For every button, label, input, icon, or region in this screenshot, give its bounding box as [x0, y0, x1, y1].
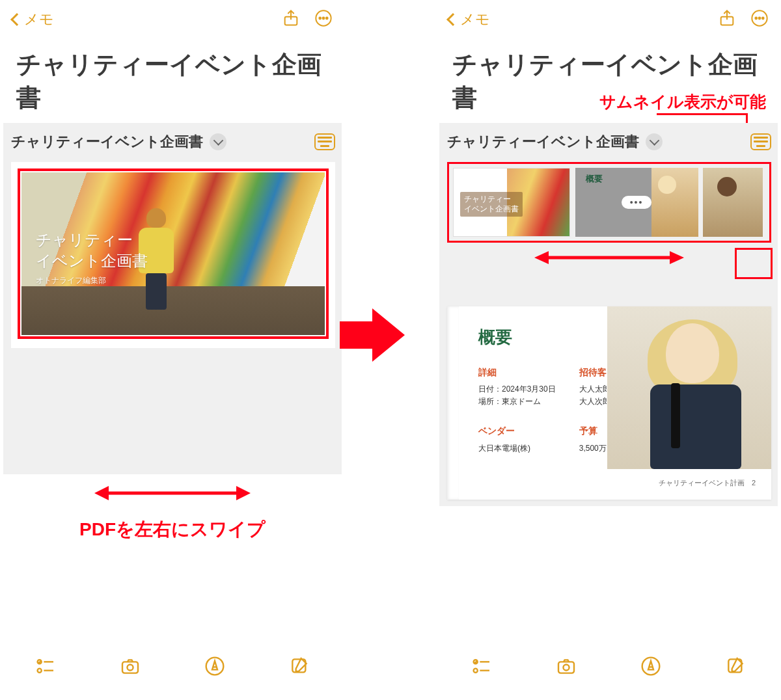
nav-back-label: メモ: [24, 10, 54, 29]
svg-point-3: [323, 18, 325, 20]
screen-right: メモ チャリティーイベント企画書 サムネイル表示が可能 チャリティーイベント企画…: [439, 0, 778, 700]
nav-back-label: メモ: [460, 10, 490, 29]
compose-icon[interactable]: [289, 656, 310, 679]
svg-rect-12: [122, 662, 138, 673]
attachment-header[interactable]: チャリティーイベント企画書: [11, 132, 335, 152]
swipe-annotation: PDFを左右にスワイプ: [3, 517, 342, 542]
thumbnail-toggle-button[interactable]: [750, 133, 771, 150]
svg-rect-30: [558, 662, 574, 673]
slide-text: チャリティー イベント企画書 オトナライフ編集部: [36, 230, 148, 286]
note-title: チャリティーイベント企画書: [3, 39, 342, 123]
attachment-title: チャリティーイベント企画書: [11, 132, 203, 152]
annotation-line: [657, 113, 748, 115]
pdf-viewer-frame: チャリティー イベント企画書 オトナライフ編集部: [11, 162, 335, 348]
share-icon[interactable]: [718, 9, 736, 30]
svg-point-13: [127, 664, 133, 670]
svg-marker-6: [94, 486, 109, 500]
thumbnail-1[interactable]: チャリティー イベント企画書: [453, 168, 570, 237]
more-icon[interactable]: [314, 9, 333, 30]
svg-marker-24: [534, 251, 549, 264]
more-icon[interactable]: [750, 9, 769, 30]
note-body: チャリティーイベント企画書 チャリティー イベント企画書 概要 •••: [439, 123, 778, 506]
transition-arrow-icon: [340, 306, 405, 364]
bottom-toolbar: [439, 649, 778, 686]
thumbnail-actions-icon[interactable]: •••: [622, 196, 651, 209]
doc-photo: [607, 306, 771, 469]
doc-footer: チャリティーイベント計画 2: [459, 478, 756, 488]
svg-marker-7: [236, 486, 251, 500]
svg-point-2: [319, 18, 321, 20]
navbar: メモ: [3, 0, 342, 39]
svg-marker-25: [670, 251, 684, 264]
screen-left: メモ チャリティーイベント企画書 チャリティーイベント企画書: [3, 0, 342, 700]
bottom-toolbar: [3, 649, 342, 686]
svg-point-20: [755, 18, 757, 20]
thumbnail-button-highlight: [735, 248, 773, 279]
checklist-icon[interactable]: [35, 656, 56, 679]
compose-icon[interactable]: [725, 656, 746, 679]
thumbnail-annotation: サムネイル表示が可能: [599, 91, 766, 113]
swipe-arrow-icon: [534, 248, 684, 267]
pdf-slide-highlighted[interactable]: チャリティー イベント企画書 オトナライフ編集部: [18, 168, 329, 339]
svg-point-4: [326, 18, 328, 20]
svg-point-28: [474, 669, 478, 673]
svg-point-21: [759, 18, 761, 20]
svg-point-22: [762, 18, 764, 20]
nav-back[interactable]: メモ: [12, 10, 54, 29]
navbar: メモ: [439, 0, 778, 39]
camera-icon[interactable]: [120, 656, 141, 679]
svg-point-10: [38, 669, 42, 673]
chevron-down-icon[interactable]: [210, 133, 226, 150]
svg-point-31: [563, 664, 569, 670]
share-icon[interactable]: [282, 9, 300, 30]
checklist-icon[interactable]: [471, 656, 492, 679]
camera-icon[interactable]: [556, 656, 577, 679]
markup-icon[interactable]: [640, 656, 661, 679]
chevron-left-icon: [446, 13, 459, 26]
thumbnail-strip-highlighted[interactable]: チャリティー イベント企画書 概要 •••: [447, 162, 771, 243]
thumbnail-2[interactable]: 概要 •••: [575, 168, 698, 237]
markup-icon[interactable]: [204, 656, 225, 679]
attachment-title: チャリティーイベント企画書: [447, 132, 639, 152]
chevron-down-icon[interactable]: [646, 133, 663, 150]
note-body: チャリティーイベント企画書 チャリティー イベント企画書 オトナライフ編集部: [3, 123, 342, 474]
chevron-left-icon: [10, 13, 23, 26]
thumbnail-toggle-button[interactable]: [314, 133, 335, 150]
attachment-header[interactable]: チャリティーイベント企画書: [447, 132, 771, 152]
nav-back[interactable]: メモ: [448, 10, 490, 29]
svg-marker-17: [340, 308, 405, 362]
thumbnail-3[interactable]: [703, 168, 763, 237]
swipe-arrow-icon: [94, 482, 251, 504]
pdf-page-2[interactable]: 概要 詳細 日付：2024年3月30日 場所：東京ドーム ベンダー 大日本電場(…: [447, 306, 771, 500]
